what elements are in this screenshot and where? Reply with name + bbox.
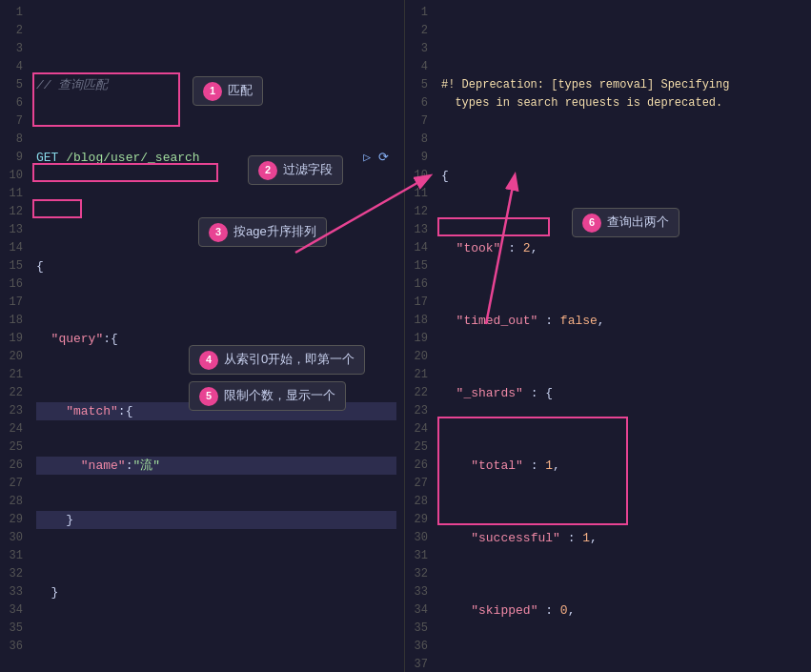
badge-5: 5 [199,387,218,406]
badge-1: 1 [203,82,222,101]
annotation-5: 5限制个数，显示一个 [189,381,346,411]
annotation-1: 1匹配 [193,76,263,106]
badge-3: 3 [209,223,228,242]
code-line: "successful" : 1, [441,529,803,547]
code-line: "total" : 1, [441,457,803,475]
code-line: { [441,167,803,185]
code-line: "name":"流" [36,457,396,475]
code-line: } [36,583,396,601]
badge-4: 4 [199,351,218,370]
badge-6: 6 [582,214,601,233]
annotation-6: 6查询出两个 [572,208,679,237]
left-code-content: // 查询匹配 GET /blog/user/_search ▷ ⟳ { "qu… [29,0,404,672]
badge-2: 2 [258,161,277,180]
left-panel: 12345 678910 1112131415 1617181920 21222… [0,0,405,672]
left-line-numbers: 12345 678910 1112131415 1617181920 21222… [0,0,29,672]
code-line: { [36,257,396,275]
annotation-2: 2过滤字段 [248,155,343,185]
code-line: } [36,511,396,529]
code-line: "took" : 2, [441,239,803,257]
code-line: #! Deprecation: [types removal] Specifyi… [441,76,775,112]
annotation-3: 3按age升序排列 [198,217,327,247]
code-line: "timed_out" : false, [441,312,803,330]
code-line: "skipped" : 0, [441,601,803,620]
value-highlight-box [437,217,550,236]
right-code-content: #! Deprecation: [types removal] Specifyi… [434,0,811,672]
right-line-numbers: 12345 678910 1112131415 1617181920 21222… [405,0,434,672]
code-line: "_shards" : { [441,384,803,402]
annotation-4: 4从索引0开始，即第一个 [189,345,365,375]
right-panel: 12345 678910 1112131415 1617181920 21222… [405,0,811,672]
